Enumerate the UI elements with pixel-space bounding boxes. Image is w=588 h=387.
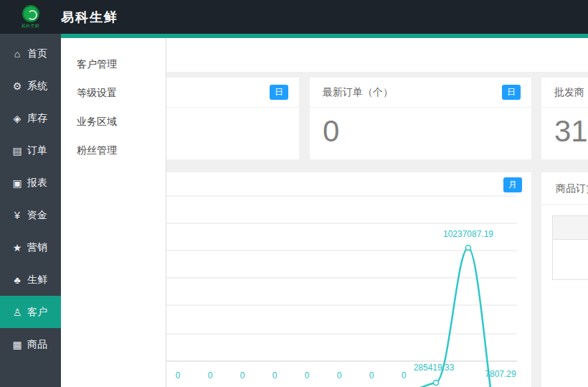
person-icon: ♙ <box>11 307 24 318</box>
chart-point-label: 0 <box>402 370 407 381</box>
sidebar-item-goods[interactable]: ▦ 商品 <box>0 328 61 360</box>
yen-icon: ¥ <box>11 210 24 221</box>
stat-card-wholesalers-title: 批发商（ <box>554 86 588 99</box>
customer-submenu-panel: 客户管理 等级设置 业务区域 粉丝管理 <box>61 38 166 387</box>
cube-icon: ◈ <box>11 113 24 124</box>
accent-strip <box>61 34 588 38</box>
chart-point-label: 0 <box>272 370 278 381</box>
period-badge-day[interactable]: 日 <box>502 85 521 100</box>
sidebar-item-label: 生鲜 <box>27 274 47 286</box>
chart-point-marker <box>466 246 471 251</box>
sidebar-item-home[interactable]: ⌂ 首页 <box>0 37 61 70</box>
top-header-bar: 易科生鲜 易科生鲜 <box>0 0 588 34</box>
sidebar: ⌂ 首页 ⚙ 系统 ◈ 库存 ▤ 订单 ▣ 报表 ¥ 资金 ★ 营销 ♣ 生鲜 … <box>0 34 61 387</box>
sidebar-item-label: 商品 <box>27 338 47 351</box>
sidebar-item-inventory[interactable]: ◈ 库存 <box>0 102 61 134</box>
goods-order-panel-title: 商品订货 <box>541 172 588 205</box>
sidebar-item-marketing[interactable]: ★ 营销 <box>0 231 61 264</box>
logo-icon <box>22 5 39 22</box>
sidebar-item-label: 首页 <box>27 47 47 60</box>
chart-point-label: 0 <box>176 370 181 381</box>
stat-card-wholesalers-value: 31 <box>541 108 588 148</box>
sidebar-item-label: 订单 <box>27 144 47 157</box>
chart-point-label: 0 <box>337 370 342 381</box>
sidebar-item-label: 系统 <box>27 80 47 93</box>
chart-point-label: 0 <box>240 370 245 381</box>
chart-point-label: 285419.33 <box>414 363 455 373</box>
logo-subtext: 易科生鲜 <box>22 23 40 29</box>
star-icon: ★ <box>11 242 24 253</box>
home-icon: ⌂ <box>11 48 24 60</box>
stat-card-latest-orders-value: 0 <box>310 108 531 148</box>
chart-point-label: 0 <box>305 370 310 381</box>
plant-icon: ♣ <box>11 274 24 286</box>
report-board-icon: ▣ <box>11 177 24 189</box>
stat-card-latest-orders: 最新订单（个） 日 0 <box>310 78 531 159</box>
grid-icon: ▦ <box>11 339 24 350</box>
submenu-item-level-settings[interactable]: 等级设置 <box>61 78 166 107</box>
sidebar-item-reports[interactable]: ▣ 报表 <box>0 167 61 199</box>
sidebar-item-label: 营销 <box>27 241 47 254</box>
goods-order-table-header <box>553 216 588 240</box>
sidebar-item-system[interactable]: ⚙ 系统 <box>0 70 61 102</box>
goods-order-table <box>552 215 588 280</box>
sidebar-item-customers[interactable]: ♙ 客户 <box>0 296 61 328</box>
sidebar-item-label: 库存 <box>27 112 47 125</box>
sidebar-item-fresh[interactable]: ♣ 生鲜 <box>0 264 61 296</box>
sidebar-item-label: 报表 <box>27 177 47 190</box>
submenu-item-customer-management[interactable]: 客户管理 <box>61 50 166 78</box>
submenu-item-business-area[interactable]: 业务区域 <box>61 107 166 136</box>
goods-order-table-row <box>553 240 588 279</box>
app-title: 易科生鲜 <box>61 9 118 26</box>
app-logo: 易科生鲜 <box>0 5 61 29</box>
chart-point-label: 10237087.19 <box>443 229 493 239</box>
chart-point-marker <box>434 381 439 386</box>
stat-card-latest-orders-title: 最新订单（个） <box>323 86 393 99</box>
period-badge-day[interactable]: 日 <box>270 85 288 100</box>
chart-point-label: 7807.29 <box>485 369 516 379</box>
sidebar-item-orders[interactable]: ▤ 订单 <box>0 134 61 167</box>
goods-order-panel: 商品订货 <box>541 172 588 387</box>
document-icon: ▤ <box>11 145 24 157</box>
chart-point-label: 0 <box>369 370 374 381</box>
chart-point-label: 0 <box>208 370 213 381</box>
submenu-item-fan-management[interactable]: 粉丝管理 <box>61 136 166 164</box>
gear-icon: ⚙ <box>11 80 24 92</box>
sidebar-item-label: 资金 <box>27 209 47 222</box>
period-badge-month[interactable]: 月 <box>503 177 522 192</box>
sidebar-item-funds[interactable]: ¥ 资金 <box>0 199 61 231</box>
sidebar-item-label: 客户 <box>27 306 47 319</box>
stat-card-wholesalers: 批发商（ 31 <box>541 78 588 159</box>
